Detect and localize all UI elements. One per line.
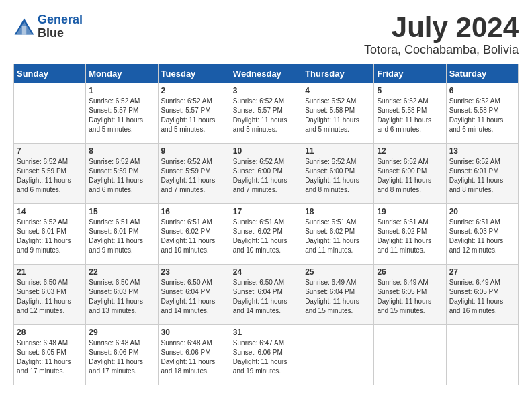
day-info: Sunrise: 6:47 AMSunset: 6:06 PMDaylight:… (233, 338, 299, 376)
day-info: Sunrise: 6:52 AMSunset: 6:00 PMDaylight:… (233, 157, 299, 195)
calendar-cell: 30Sunrise: 6:48 AMSunset: 6:06 PMDayligh… (158, 325, 230, 385)
day-info: Sunrise: 6:48 AMSunset: 6:06 PMDaylight:… (161, 338, 227, 376)
calendar-cell: 29Sunrise: 6:48 AMSunset: 6:06 PMDayligh… (86, 325, 158, 385)
day-info: Sunrise: 6:52 AMSunset: 5:58 PMDaylight:… (377, 97, 443, 134)
day-number: 4 (305, 86, 371, 95)
day-info: Sunrise: 6:51 AMSunset: 6:02 PMDaylight:… (233, 218, 299, 255)
day-info: Sunrise: 6:52 AMSunset: 5:58 PMDaylight:… (449, 97, 515, 134)
header-saturday: Saturday (446, 64, 518, 83)
day-info: Sunrise: 6:50 AMSunset: 6:04 PMDaylight:… (233, 278, 299, 316)
calendar-cell (374, 325, 446, 385)
calendar-cell: 11Sunrise: 6:52 AMSunset: 6:00 PMDayligh… (302, 144, 374, 204)
calendar-cell: 31Sunrise: 6:47 AMSunset: 6:06 PMDayligh… (230, 325, 302, 385)
calendar-cell (302, 325, 374, 385)
calendar-cell: 10Sunrise: 6:52 AMSunset: 6:00 PMDayligh… (230, 144, 302, 204)
calendar-cell: 15Sunrise: 6:51 AMSunset: 6:01 PMDayligh… (86, 204, 158, 265)
day-info: Sunrise: 6:51 AMSunset: 6:03 PMDaylight:… (449, 218, 515, 255)
day-info: Sunrise: 6:51 AMSunset: 6:02 PMDaylight:… (377, 218, 443, 255)
day-number: 1 (89, 86, 154, 95)
calendar-cell: 23Sunrise: 6:50 AMSunset: 6:04 PMDayligh… (158, 265, 230, 325)
day-info: Sunrise: 6:52 AMSunset: 5:57 PMDaylight:… (161, 97, 227, 134)
day-number: 19 (377, 207, 443, 216)
svg-rect-2 (22, 26, 26, 35)
calendar-cell: 19Sunrise: 6:51 AMSunset: 6:02 PMDayligh… (374, 204, 446, 265)
day-info: Sunrise: 6:51 AMSunset: 6:01 PMDaylight:… (89, 218, 154, 255)
header-monday: Monday (86, 64, 158, 83)
day-number: 29 (89, 328, 154, 337)
logo-text: General Blue (38, 13, 83, 40)
day-number: 20 (449, 207, 515, 216)
page-header: General Blue July 2024 Totora, Cochabamb… (13, 13, 519, 57)
day-info: Sunrise: 6:52 AMSunset: 5:59 PMDaylight:… (161, 157, 227, 195)
day-number: 26 (377, 267, 443, 277)
calendar-cell: 3Sunrise: 6:52 AMSunset: 5:57 PMDaylight… (230, 83, 302, 144)
calendar-cell: 20Sunrise: 6:51 AMSunset: 6:03 PMDayligh… (446, 204, 518, 265)
calendar-week-1: 1Sunrise: 6:52 AMSunset: 5:57 PMDaylight… (14, 83, 519, 144)
day-number: 27 (449, 267, 515, 277)
day-number: 16 (161, 207, 227, 216)
day-info: Sunrise: 6:49 AMSunset: 6:05 PMDaylight:… (449, 278, 515, 316)
calendar-cell (446, 325, 518, 385)
day-number: 13 (449, 146, 515, 156)
day-info: Sunrise: 6:51 AMSunset: 6:02 PMDaylight:… (305, 218, 371, 255)
header-wednesday: Wednesday (230, 64, 302, 83)
logo: General Blue (13, 13, 83, 40)
day-info: Sunrise: 6:52 AMSunset: 5:57 PMDaylight:… (233, 97, 299, 134)
calendar-cell: 16Sunrise: 6:51 AMSunset: 6:02 PMDayligh… (158, 204, 230, 265)
day-number: 24 (233, 267, 299, 277)
day-number: 6 (449, 86, 515, 95)
header-friday: Friday (374, 64, 446, 83)
day-number: 21 (17, 267, 83, 277)
calendar-week-3: 14Sunrise: 6:52 AMSunset: 6:01 PMDayligh… (14, 204, 519, 265)
calendar-cell: 7Sunrise: 6:52 AMSunset: 5:59 PMDaylight… (14, 144, 86, 204)
day-number: 15 (89, 207, 154, 216)
header-tuesday: Tuesday (158, 64, 230, 83)
day-number: 12 (377, 146, 443, 156)
header-sunday: Sunday (14, 64, 86, 83)
day-number: 3 (233, 86, 299, 95)
location-title: Totora, Cochabamba, Bolivia (364, 43, 519, 57)
title-block: July 2024 Totora, Cochabamba, Bolivia (364, 13, 519, 57)
calendar-cell: 9Sunrise: 6:52 AMSunset: 5:59 PMDaylight… (158, 144, 230, 204)
calendar-cell: 13Sunrise: 6:52 AMSunset: 6:01 PMDayligh… (446, 144, 518, 204)
calendar-cell: 28Sunrise: 6:48 AMSunset: 6:05 PMDayligh… (14, 325, 86, 385)
header-thursday: Thursday (302, 64, 374, 83)
day-info: Sunrise: 6:52 AMSunset: 5:58 PMDaylight:… (305, 97, 371, 134)
calendar-cell: 14Sunrise: 6:52 AMSunset: 6:01 PMDayligh… (14, 204, 86, 265)
day-number: 30 (161, 328, 227, 337)
calendar-cell: 12Sunrise: 6:52 AMSunset: 6:00 PMDayligh… (374, 144, 446, 204)
day-info: Sunrise: 6:50 AMSunset: 6:03 PMDaylight:… (89, 278, 154, 316)
day-number: 25 (305, 267, 371, 277)
day-info: Sunrise: 6:49 AMSunset: 6:04 PMDaylight:… (305, 278, 371, 316)
day-number: 23 (161, 267, 227, 277)
day-info: Sunrise: 6:52 AMSunset: 5:57 PMDaylight:… (89, 97, 154, 134)
day-number: 7 (17, 146, 83, 156)
day-number: 11 (305, 146, 371, 156)
day-number: 2 (161, 86, 227, 95)
calendar-cell: 27Sunrise: 6:49 AMSunset: 6:05 PMDayligh… (446, 265, 518, 325)
day-info: Sunrise: 6:51 AMSunset: 6:02 PMDaylight:… (161, 218, 227, 255)
day-info: Sunrise: 6:52 AMSunset: 5:59 PMDaylight:… (89, 157, 154, 195)
day-number: 18 (305, 207, 371, 216)
calendar-cell: 4Sunrise: 6:52 AMSunset: 5:58 PMDaylight… (302, 83, 374, 144)
calendar-cell: 26Sunrise: 6:49 AMSunset: 6:05 PMDayligh… (374, 265, 446, 325)
day-info: Sunrise: 6:52 AMSunset: 5:59 PMDaylight:… (17, 157, 83, 195)
day-number: 10 (233, 146, 299, 156)
month-title: July 2024 (364, 13, 519, 42)
logo-icon (13, 17, 35, 36)
calendar-cell: 5Sunrise: 6:52 AMSunset: 5:58 PMDaylight… (374, 83, 446, 144)
day-info: Sunrise: 6:52 AMSunset: 6:00 PMDaylight:… (305, 157, 371, 195)
calendar-week-4: 21Sunrise: 6:50 AMSunset: 6:03 PMDayligh… (14, 265, 519, 325)
calendar-cell: 6Sunrise: 6:52 AMSunset: 5:58 PMDaylight… (446, 83, 518, 144)
day-info: Sunrise: 6:52 AMSunset: 6:01 PMDaylight:… (449, 157, 515, 195)
calendar-week-2: 7Sunrise: 6:52 AMSunset: 5:59 PMDaylight… (14, 144, 519, 204)
day-info: Sunrise: 6:49 AMSunset: 6:05 PMDaylight:… (377, 278, 443, 316)
calendar-cell: 1Sunrise: 6:52 AMSunset: 5:57 PMDaylight… (86, 83, 158, 144)
day-info: Sunrise: 6:52 AMSunset: 6:01 PMDaylight:… (17, 218, 83, 255)
day-number: 17 (233, 207, 299, 216)
day-number: 5 (377, 86, 443, 95)
day-number: 9 (161, 146, 227, 156)
calendar-table: SundayMondayTuesdayWednesdayThursdayFrid… (13, 64, 519, 385)
day-info: Sunrise: 6:52 AMSunset: 6:00 PMDaylight:… (377, 157, 443, 195)
day-number: 28 (17, 328, 83, 337)
